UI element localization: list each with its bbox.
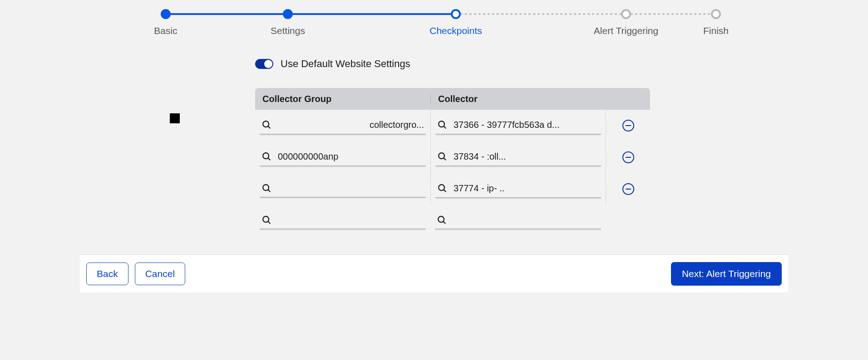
step-label-settings: Settings [271, 25, 305, 36]
search-icon [261, 120, 271, 130]
stepper-segment [626, 14, 716, 15]
step-basic[interactable] [161, 9, 171, 19]
back-button[interactable]: Back [86, 263, 128, 285]
table-row [255, 205, 650, 237]
th-collector-group: Collector Group [255, 94, 430, 104]
svg-point-4 [263, 153, 269, 159]
remove-row-button[interactable] [622, 183, 634, 195]
search-icon [261, 215, 271, 225]
minus-icon [626, 125, 631, 126]
cancel-button[interactable]: Cancel [135, 263, 185, 285]
search-icon [437, 120, 447, 130]
toggle-knob [264, 60, 272, 68]
collector-group-input[interactable]: 000000000anp [260, 149, 426, 166]
svg-line-7 [444, 158, 446, 160]
collector-value: 37834 - :oll... [454, 151, 506, 162]
step-alert-triggering[interactable] [621, 9, 631, 19]
step-label-basic: Basic [154, 25, 177, 36]
search-icon [437, 151, 447, 161]
minus-icon [626, 189, 631, 190]
step-label-checkpoints: Checkpoints [429, 25, 482, 36]
svg-point-12 [263, 216, 269, 222]
collector-table: Collector Group Collector collectorgro..… [255, 88, 650, 237]
collector-group-input[interactable] [260, 212, 426, 229]
svg-line-1 [268, 126, 270, 128]
svg-line-13 [268, 221, 270, 224]
collector-value: 37366 - 39777fcb563a d... [454, 120, 560, 130]
step-settings[interactable] [283, 9, 293, 19]
search-icon [437, 215, 447, 225]
collector-group-input[interactable]: collectorgro... [260, 117, 426, 135]
svg-point-10 [439, 185, 444, 190]
table-row: 37774 - ip- .. [255, 173, 650, 205]
search-icon [261, 183, 271, 193]
svg-line-3 [444, 126, 446, 128]
use-default-toggle[interactable] [255, 59, 273, 69]
collector-input[interactable]: 37366 - 39777fcb563a d... [435, 117, 601, 135]
th-collector: Collector [430, 94, 606, 104]
collector-group-value: collectorgro... [370, 120, 424, 130]
next-button[interactable]: Next: Alert Triggering [671, 262, 782, 286]
remove-row-button[interactable] [622, 151, 634, 163]
table-row: collectorgro... 37366 - 39777fcb563a d..… [255, 110, 650, 141]
collector-group-input[interactable] [260, 180, 426, 198]
table-header: Collector Group Collector [255, 88, 650, 110]
search-icon [437, 183, 447, 193]
indicator-square [170, 113, 180, 123]
stepper: Basic Settings Checkpoints Alert Trigger… [80, 0, 788, 39]
svg-point-2 [439, 121, 444, 127]
svg-line-11 [444, 190, 446, 192]
table-row: 000000000anp 37834 - :oll... [255, 141, 650, 173]
svg-point-6 [439, 153, 444, 159]
collector-value: 37774 - ip- .. [454, 183, 504, 194]
svg-line-5 [268, 158, 270, 160]
collector-input[interactable]: 37834 - :oll... [435, 149, 601, 166]
svg-line-15 [443, 221, 445, 224]
search-icon [261, 151, 271, 161]
svg-point-0 [263, 121, 269, 127]
collector-group-value: 000000000anp [278, 151, 338, 162]
collector-input[interactable]: 37774 - ip- .. [435, 180, 601, 198]
stepper-segment [456, 14, 626, 15]
svg-point-8 [263, 185, 269, 190]
use-default-toggle-label: Use Default Website Settings [281, 58, 410, 70]
stepper-segment [166, 13, 288, 15]
footer: Back Cancel Next: Alert Triggering [80, 254, 788, 292]
step-finish[interactable] [711, 9, 721, 19]
step-label-finish: Finish [703, 25, 729, 36]
stepper-segment [288, 13, 456, 15]
remove-row-button[interactable] [622, 120, 634, 131]
step-checkpoints[interactable] [451, 9, 461, 19]
svg-point-14 [438, 216, 444, 222]
step-label-alert-triggering: Alert Triggering [594, 25, 658, 36]
svg-line-9 [268, 190, 270, 192]
minus-icon [626, 157, 631, 158]
collector-input[interactable] [435, 212, 601, 229]
